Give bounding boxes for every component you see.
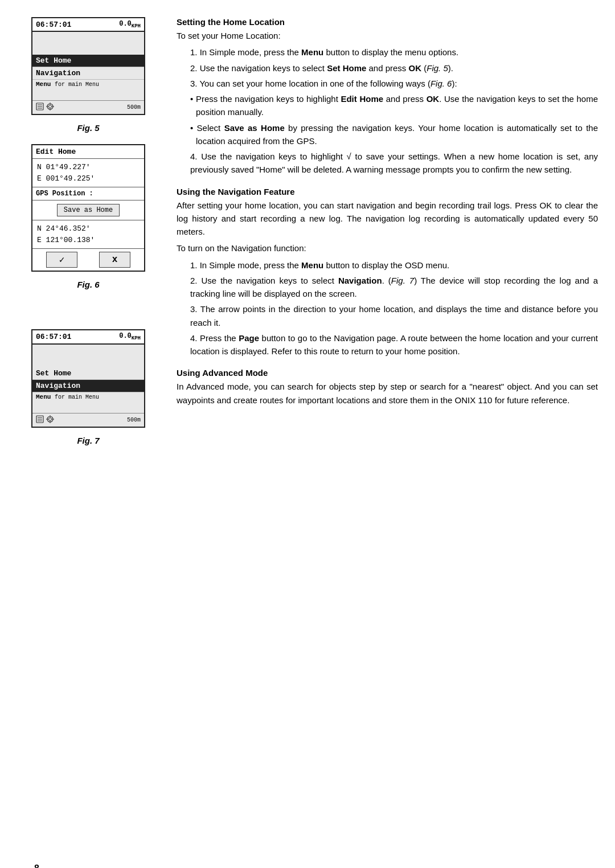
fig6-current-coord2: E 121°00.138' [37,235,140,246]
using-navigation-intro: After setting your home location, you ca… [177,199,598,239]
fig7-label: Fig. 7 [77,436,99,445]
fig7-settings-icon [36,415,44,425]
advanced-mode-section: Using Advanced Mode In Advanced mode, yo… [177,368,598,410]
using-navigation-step3: 3. The arrow points in the direction to … [190,302,598,329]
setting-home-title: Setting the Home Location [177,17,598,27]
fig6-cancel-btn[interactable]: x [99,252,130,268]
fig5-menu-mainmenu: Menu for main Menu [32,80,144,89]
fig5-label: Fig. 5 [77,123,99,133]
setting-home-bullet2: • Select Save as Home by pressing the na… [190,121,598,148]
fig7-device: 06:57:01 0.0KPH Set Home Navigation Menu… [31,329,145,427]
fig6-coord2: E 001°49.225' [37,173,140,185]
svg-point-15 [49,417,52,420]
page-number: 8 [34,863,39,868]
using-navigation-section: Using the Navigation Feature After setti… [177,187,598,361]
fig6-device: Edit Home N 01°49.227' E 001°49.225' GPS… [31,144,145,272]
fig7-time: 06:57:01 [36,333,71,341]
fig7-menu-sethome: Set Home [32,367,144,380]
fig7-menu-mainmenu: Menu for main Menu [32,392,144,402]
fig6-action-buttons: ✓ x [32,248,144,271]
fig5-footer: 500m [32,100,144,114]
left-column: 06:57:01 0.0KPH Set Home Navigation Menu… [17,17,159,451]
using-navigation-step2: 2. Use the navigation keys to select Nav… [190,274,598,301]
fig5-distance: 500m [127,104,141,110]
advanced-mode-text: In Advanced mode, you can search for obj… [177,380,598,407]
target-icon [46,103,54,112]
right-column: Setting the Home Location To set your Ho… [177,17,598,451]
advanced-mode-body: In Advanced mode, you can search for obj… [177,380,598,407]
fig7-body: Set Home Navigation Menu for main Menu [32,367,144,413]
using-navigation-turnon: To turn on the Navigation function: [177,241,598,255]
setting-home-step1: 1. In Simple mode, press the Menu button… [190,46,598,59]
fig5-menu-sethome: Set Home [32,55,144,67]
fig7-distance: 500m [127,417,141,423]
fig6-gps-label: GPS Position : [32,187,144,200]
fig5-speed: 0.0KPH [119,20,141,29]
fig6-coord1: N 01°49.227' [37,162,140,173]
fig7-speed: 0.0KPH [119,332,141,341]
fig6-current-coord1: N 24°46.352' [37,223,140,235]
fig5-footer-icons [36,103,54,112]
fig6-confirm-btn[interactable]: ✓ [46,252,77,268]
setting-home-intro: To set your Home Location: [177,29,598,42]
fig7-header: 06:57:01 0.0KPH [32,330,144,344]
fig5-menu-navigation: Navigation [32,67,144,80]
fig5-time: 06:57:01 [36,21,71,29]
advanced-mode-title: Using Advanced Mode [177,368,598,378]
fig5-body: Set Home Navigation Menu for main Menu [32,55,144,100]
using-navigation-title: Using the Navigation Feature [177,187,598,196]
fig6-title: Edit Home [32,145,144,159]
fig6-save-btn[interactable]: Save as Home [57,204,120,216]
using-navigation-step1: 1. In Simple mode, press the Menu button… [190,259,598,272]
fig5-menu: Set Home Navigation Menu for main Menu [32,55,144,89]
fig7-footer: 500m [32,413,144,427]
fig7-footer-icons [36,415,54,425]
fig5-header: 06:57:01 0.0KPH [32,18,144,32]
fig6-current-coords: N 24°46.352' E 121°00.138' [32,220,144,248]
setting-home-step2: 2. Use the navigation keys to select Set… [190,62,598,75]
setting-home-body: To set your Home Location: 1. In Simple … [177,29,598,177]
setting-home-step4: 4. Use the navigation keys to highlight … [190,150,598,177]
fig6-edit-coords: N 01°49.227' E 001°49.225' [32,159,144,187]
fig6-label: Fig. 6 [77,280,99,289]
setting-home-step3: 3. You can set your home location in one… [190,77,598,90]
using-navigation-step4: 4. Press the Page button to go to the Na… [190,331,598,358]
using-navigation-body: After setting your home location, you ca… [177,199,598,358]
fig7-menu: Set Home Navigation Menu for main Menu [32,367,144,402]
setting-home-section: Setting the Home Location To set your Ho… [177,17,598,179]
svg-point-5 [49,105,52,108]
fig7-target-icon [46,415,54,425]
settings-icon [36,103,44,112]
setting-home-bullet1: • Press the navigation keys to highlight… [190,92,598,119]
fig5-device: 06:57:01 0.0KPH Set Home Navigation Menu… [31,17,145,115]
fig7-menu-navigation: Navigation [32,380,144,392]
